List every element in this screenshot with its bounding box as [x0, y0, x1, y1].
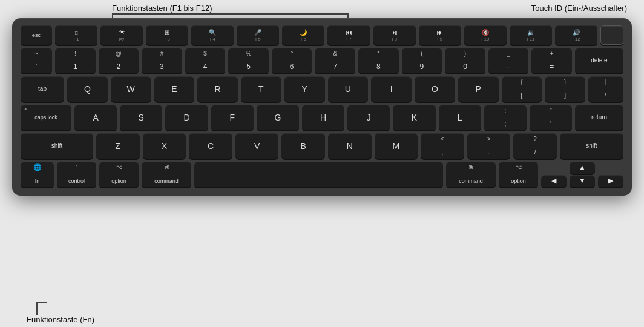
key-f[interactable]: F — [211, 105, 254, 130]
key-touch-id[interactable] — [600, 25, 623, 45]
key-n[interactable]: N — [328, 133, 372, 159]
key-fn[interactable]: 🌐 fn — [21, 162, 54, 187]
key-minus[interactable]: _ - — [488, 48, 529, 73]
key-6[interactable]: ^ 6 — [272, 48, 312, 73]
key-option-left[interactable]: ⌥ option — [99, 162, 139, 187]
key-x[interactable]: X — [143, 133, 186, 159]
key-t[interactable]: T — [241, 76, 281, 102]
key-f11[interactable]: 🔉F11 — [510, 25, 552, 45]
key-z[interactable]: Z — [96, 133, 140, 159]
key-backslash[interactable]: | \ — [588, 76, 623, 102]
key-command-right[interactable]: ⌘ command — [446, 162, 496, 187]
fn-key-row: esc ☼F1 ☀F2 ⊞F3 🔍F4 🎤F5 🌙F6 ⏮F7 ⏯F8 ⏭F9 … — [21, 25, 623, 45]
key-f12[interactable]: 🔊F12 — [555, 25, 597, 45]
key-v[interactable]: V — [235, 133, 279, 159]
key-semicolon[interactable]: : ; — [484, 105, 527, 130]
key-quote[interactable]: " ' — [530, 105, 572, 130]
key-f5[interactable]: 🎤F5 — [237, 25, 279, 45]
key-9[interactable]: ( 9 — [402, 48, 442, 73]
key-u[interactable]: U — [328, 76, 369, 102]
key-tab[interactable]: tab — [21, 76, 64, 102]
key-control[interactable]: ^ control — [57, 162, 96, 187]
key-5[interactable]: % 5 — [228, 48, 269, 73]
key-f8[interactable]: ⏯F8 — [373, 25, 416, 45]
key-o[interactable]: O — [415, 76, 455, 102]
key-a[interactable]: A — [74, 105, 117, 130]
key-m[interactable]: M — [375, 133, 418, 159]
zxcv-row: shift Z X C V B N M < , > . ? / shift — [21, 133, 623, 159]
qwerty-row: tab Q W E R T Y U I O P { [ } ] | \ — [21, 76, 623, 102]
asdf-row: ● caps lock A S D F G H J K L : ; " ' re… — [21, 105, 623, 130]
key-r[interactable]: R — [197, 76, 238, 102]
key-e[interactable]: E — [154, 76, 195, 102]
key-8[interactable]: * 8 — [358, 48, 399, 73]
key-esc[interactable]: esc — [21, 25, 52, 45]
key-tilde[interactable]: ~ ` — [21, 48, 52, 73]
bracket-fn-top — [112, 13, 348, 15]
label-funktionstasten: Funktionstasten (F1 bis F12) — [112, 4, 212, 13]
key-slash[interactable]: ? / — [513, 133, 557, 159]
key-i[interactable]: I — [371, 76, 412, 102]
key-k[interactable]: K — [393, 105, 435, 130]
fn-arrow-vert — [36, 302, 38, 315]
key-return[interactable]: return — [575, 105, 623, 130]
key-bracket-close[interactable]: } ] — [545, 76, 585, 102]
key-w[interactable]: W — [111, 76, 151, 102]
key-equals[interactable]: + = — [531, 48, 572, 73]
key-f7[interactable]: ⏮F7 — [327, 25, 370, 45]
key-f2[interactable]: ☀F2 — [100, 25, 143, 45]
key-g[interactable]: G — [257, 105, 299, 130]
key-d[interactable]: D — [165, 105, 208, 130]
arrow-cluster: ▲ ◀ ▼ ▶ — [541, 162, 623, 187]
key-f4[interactable]: 🔍F4 — [191, 25, 234, 45]
fn-arrow-horiz — [36, 302, 47, 303]
key-0[interactable]: ) 0 — [445, 48, 485, 73]
key-3[interactable]: # 3 — [142, 48, 182, 73]
key-arrow-left[interactable]: ◀ — [541, 175, 567, 187]
key-arrow-right[interactable]: ▶ — [598, 175, 623, 187]
key-2[interactable]: @ 2 — [99, 48, 139, 73]
key-h[interactable]: H — [302, 105, 344, 130]
number-key-row: ~ ` ! 1 @ 2 # 3 $ 4 % 5 ^ 6 & 7 — [21, 48, 623, 73]
key-period[interactable]: > . — [467, 133, 511, 159]
key-4[interactable]: $ 4 — [185, 48, 226, 73]
key-space[interactable] — [194, 162, 443, 187]
key-f3[interactable]: ⊞F3 — [146, 25, 188, 45]
key-shift-right[interactable]: shift — [560, 133, 623, 159]
bottom-row: 🌐 fn ^ control ⌥ option ⌘ command ⌘ comm… — [21, 162, 623, 187]
key-arrow-up[interactable]: ▲ — [570, 162, 595, 174]
key-caps-lock[interactable]: ● caps lock — [21, 105, 71, 130]
key-q[interactable]: Q — [67, 76, 108, 102]
key-f6[interactable]: 🌙F6 — [282, 25, 324, 45]
key-shift-left[interactable]: shift — [21, 133, 93, 159]
label-fn-key: Funktionstaste (Fn) — [27, 315, 94, 324]
key-f10[interactable]: 🔇F10 — [464, 25, 507, 45]
key-s[interactable]: S — [120, 105, 162, 130]
key-c[interactable]: C — [189, 133, 232, 159]
key-j[interactable]: J — [347, 105, 390, 130]
label-touch-id: Touch ID (Ein-/Ausschalter) — [531, 4, 627, 13]
key-option-right[interactable]: ⌥ option — [499, 162, 538, 187]
key-comma[interactable]: < , — [421, 133, 464, 159]
key-f9[interactable]: ⏭F9 — [419, 25, 461, 45]
key-f1[interactable]: ☼F1 — [55, 25, 97, 45]
key-1[interactable]: ! 1 — [55, 48, 96, 73]
key-b[interactable]: B — [281, 133, 325, 159]
key-bracket-open[interactable]: { [ — [502, 76, 542, 102]
key-y[interactable]: Y — [284, 76, 325, 102]
key-l[interactable]: L — [439, 105, 481, 130]
keyboard: esc ☼F1 ☀F2 ⊞F3 🔍F4 🎤F5 🌙F6 ⏮F7 ⏯F8 ⏭F9 … — [12, 18, 632, 196]
key-7[interactable]: & 7 — [315, 48, 355, 73]
key-arrow-down[interactable]: ▼ — [570, 175, 595, 187]
key-delete[interactable]: delete — [575, 48, 623, 73]
key-command-left[interactable]: ⌘ command — [142, 162, 191, 187]
key-p[interactable]: P — [458, 76, 499, 102]
